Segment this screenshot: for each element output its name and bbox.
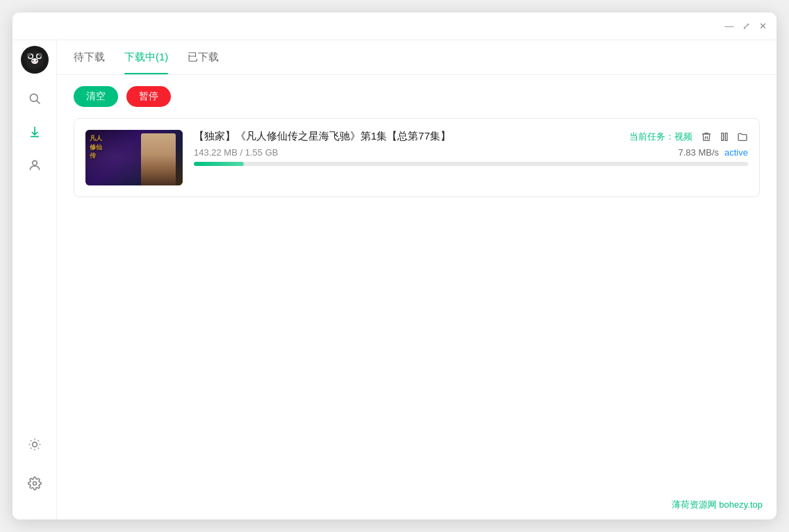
download-title-row: 【独家】《凡人修仙传之星海飞驰》第1集【总第77集】 当前任务：视频 bbox=[194, 130, 748, 143]
svg-rect-24 bbox=[722, 133, 724, 140]
svg-point-11 bbox=[30, 94, 38, 101]
tab-downloaded[interactable]: 已下载 bbox=[188, 40, 219, 74]
pause-item-button[interactable] bbox=[719, 131, 730, 142]
svg-point-5 bbox=[31, 58, 38, 64]
titlebar: — ⤢ ✕ bbox=[13, 13, 776, 40]
status-badge: active bbox=[724, 147, 748, 158]
download-actions bbox=[701, 131, 748, 142]
app-window: — ⤢ ✕ bbox=[13, 13, 776, 519]
footer-watermark: 薄荷资源网 bohezy.top bbox=[672, 499, 763, 511]
pause-icon bbox=[719, 131, 730, 142]
content-area: 待下载 下载中(1) 已下载 清空 暂停 bbox=[57, 40, 776, 519]
main-layout: 待下载 下载中(1) 已下载 清空 暂停 bbox=[13, 40, 776, 519]
action-bar: 清空 暂停 bbox=[57, 75, 776, 118]
progress-bar bbox=[194, 162, 748, 166]
download-title: 【独家】《凡人修仙传之星海飞驰》第1集【总第77集】 bbox=[194, 130, 451, 143]
download-size: 143.22 MB / 1.55 GB bbox=[194, 147, 278, 158]
svg-rect-25 bbox=[725, 133, 727, 140]
search-icon bbox=[28, 92, 42, 106]
download-size-row: 143.22 MB / 1.55 GB 7.83 MB/s active bbox=[194, 147, 748, 158]
sidebar-item-settings[interactable] bbox=[21, 469, 49, 497]
sun-icon bbox=[28, 438, 42, 451]
open-folder-button[interactable] bbox=[737, 131, 748, 142]
delete-button[interactable] bbox=[701, 131, 712, 142]
sidebar-item-user[interactable] bbox=[21, 151, 49, 179]
svg-point-6 bbox=[32, 60, 33, 62]
download-thumbnail: 凡人修仙传 bbox=[85, 130, 183, 185]
download-speed: 7.83 MB/s active bbox=[679, 147, 749, 158]
app-logo bbox=[21, 46, 49, 74]
sidebar-item-theme[interactable] bbox=[21, 431, 49, 458]
close-button[interactable]: ✕ bbox=[757, 21, 768, 32]
minimize-button[interactable]: — bbox=[724, 21, 735, 32]
restore-button[interactable]: ⤢ bbox=[740, 21, 751, 32]
svg-line-22 bbox=[38, 440, 38, 441]
svg-point-23 bbox=[33, 482, 36, 485]
svg-line-21 bbox=[31, 448, 31, 449]
thumbnail-content: 凡人修仙传 bbox=[85, 130, 183, 185]
svg-line-19 bbox=[31, 440, 31, 441]
thumbnail-character bbox=[141, 133, 176, 185]
sidebar-bottom bbox=[21, 431, 49, 514]
download-list: 凡人修仙传 【独家】《凡人修仙传之星海飞驰》第1集【总第7 bbox=[57, 118, 776, 519]
sidebar bbox=[13, 40, 57, 519]
pause-button[interactable]: 暂停 bbox=[126, 86, 171, 107]
user-icon bbox=[28, 158, 42, 172]
gear-icon bbox=[28, 476, 42, 490]
tab-waiting[interactable]: 待下载 bbox=[74, 40, 105, 74]
download-meta: 当前任务：视频 bbox=[629, 131, 748, 143]
svg-point-8 bbox=[33, 62, 35, 63]
tab-bar: 待下载 下载中(1) 已下载 bbox=[57, 40, 776, 75]
sidebar-item-download[interactable] bbox=[21, 118, 49, 146]
tab-downloading[interactable]: 下载中(1) bbox=[124, 40, 168, 74]
svg-point-7 bbox=[35, 60, 37, 62]
svg-point-14 bbox=[32, 442, 37, 447]
thumbnail-title-text: 凡人修仙传 bbox=[90, 134, 102, 160]
clear-button[interactable]: 清空 bbox=[74, 86, 118, 107]
trash-icon bbox=[701, 131, 712, 142]
download-icon bbox=[28, 125, 42, 139]
progress-bar-fill bbox=[194, 162, 244, 166]
speed-value: 7.83 MB/s bbox=[679, 147, 720, 158]
download-item-top: 凡人修仙传 【独家】《凡人修仙传之星海飞驰》第1集【总第7 bbox=[85, 130, 748, 185]
current-task-label: 当前任务：视频 bbox=[629, 131, 692, 143]
folder-icon bbox=[737, 131, 748, 142]
svg-point-13 bbox=[32, 160, 37, 165]
download-info: 【独家】《凡人修仙传之星海飞驰》第1集【总第77集】 当前任务：视频 bbox=[194, 130, 748, 166]
panda-logo-icon bbox=[24, 49, 45, 70]
sidebar-item-search[interactable] bbox=[21, 85, 49, 113]
svg-line-12 bbox=[36, 101, 40, 104]
download-item: 凡人修仙传 【独家】《凡人修仙传之星海飞驰》第1集【总第7 bbox=[74, 118, 760, 197]
svg-line-20 bbox=[38, 448, 38, 449]
